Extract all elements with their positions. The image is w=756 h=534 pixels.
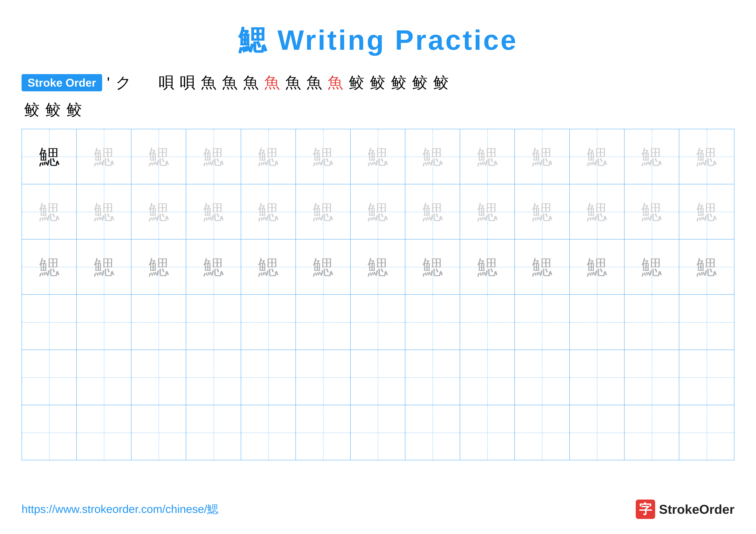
cell-4-12 (625, 295, 679, 349)
footer-logo-text: StrokeOrder (659, 502, 735, 517)
stroke-s6: 魚 (198, 72, 219, 93)
cell-3-1: 鰓 (22, 240, 77, 294)
cell-2-9: 鰓 (460, 184, 515, 239)
cell-6-1 (22, 405, 77, 460)
cell-1-13: 鰓 (679, 129, 734, 184)
cell-4-9 (460, 295, 515, 349)
stroke-s16: 鲛 (410, 72, 430, 93)
cell-4-6 (296, 295, 351, 349)
page: 鰓 Writing Practice Stroke Order ' ク ゠ 唄 … (0, 0, 756, 534)
cell-6-8 (405, 405, 460, 460)
stroke-s12: 魚 (325, 72, 346, 93)
cell-2-11: 鰓 (570, 184, 625, 239)
cell-1-1: 鰓 (22, 129, 77, 184)
cell-5-4 (186, 350, 241, 405)
cell-6-3 (131, 405, 186, 460)
cell-1-4: 鰓 (186, 129, 241, 184)
cell-3-12: 鰓 (625, 240, 679, 294)
stroke-s13: 鲛 (346, 72, 367, 93)
cell-1-5: 鰓 (241, 129, 296, 184)
footer-url: https://www.strokeorder.com/chinese/鰓 (21, 502, 218, 517)
cell-3-6: 鰓 (296, 240, 351, 294)
stroke-s9: 魚 (262, 72, 282, 93)
cell-4-7 (351, 295, 405, 349)
cell-1-2: 鰓 (77, 129, 131, 184)
cell-3-10: 鰓 (515, 240, 570, 294)
cell-6-10 (515, 405, 570, 460)
stroke-s2: ク (113, 72, 134, 93)
cell-1-7: 鰓 (351, 129, 405, 184)
cell-6-5 (241, 405, 296, 460)
cell-1-3: 鰓 (131, 129, 186, 184)
cell-4-13 (679, 295, 734, 349)
cell-6-12 (625, 405, 679, 460)
cell-4-3 (131, 295, 186, 349)
cell-4-8 (405, 295, 460, 349)
cell-3-7: 鰓 (351, 240, 405, 294)
stroke-order-section: Stroke Order ' ク ゠ 唄 唄 魚 魚 魚 魚 魚 魚 魚 鲛 鲛… (21, 72, 735, 93)
stroke-order-row2: 鲛 鲛 鲛 (21, 99, 735, 120)
cell-3-3: 鰓 (131, 240, 186, 294)
cell-2-13: 鰓 (679, 184, 734, 239)
grid-row-3: 鰓 鰓 鰓 鰓 鰓 鰓 鰓 鰓 鰓 鰓 鰓 鰓 鰓 (22, 240, 734, 295)
cell-5-10 (515, 350, 570, 405)
cell-2-8: 鰓 (405, 184, 460, 239)
stroke-s11: 魚 (304, 72, 325, 93)
cell-4-4 (186, 295, 241, 349)
stroke-s3: ゠ (134, 72, 156, 93)
stroke-s15: 鲛 (388, 72, 409, 93)
cell-3-5: 鰓 (241, 240, 296, 294)
cell-5-13 (679, 350, 734, 405)
cell-5-7 (351, 350, 405, 405)
cell-1-10: 鰓 (515, 129, 570, 184)
cell-5-11 (570, 350, 625, 405)
cell-3-13: 鰓 (679, 240, 734, 294)
cell-6-9 (460, 405, 515, 460)
practice-grid: 鰓 鰓 鰓 鰓 鰓 鰓 鰓 鰓 鰓 鰓 鰓 鰓 鰓 鰓 鰓 鰓 鰓 鰓 鰓 鰓 … (21, 129, 735, 460)
cell-2-4: 鰓 (186, 184, 241, 239)
grid-row-2: 鰓 鰓 鰓 鰓 鰓 鰓 鰓 鰓 鰓 鰓 鰓 鰓 鰓 (22, 184, 734, 240)
cell-3-8: 鰓 (405, 240, 460, 294)
footer-logo: 字 StrokeOrder (636, 499, 735, 519)
cell-6-4 (186, 405, 241, 460)
grid-row-4 (22, 295, 734, 350)
strokeorder-icon: 字 (636, 499, 655, 519)
cell-4-11 (570, 295, 625, 349)
cell-5-6 (296, 350, 351, 405)
cell-1-6: 鰓 (296, 129, 351, 184)
cell-4-10 (515, 295, 570, 349)
grid-row-1: 鰓 鰓 鰓 鰓 鰓 鰓 鰓 鰓 鰓 鰓 鰓 鰓 鰓 (22, 129, 734, 184)
cell-3-2: 鰓 (77, 240, 131, 294)
cell-1-12: 鰓 (625, 129, 679, 184)
stroke-s4: 唄 (156, 72, 177, 93)
cell-5-3 (131, 350, 186, 405)
stroke-s1: ' (104, 74, 113, 91)
cell-1-11: 鰓 (570, 129, 625, 184)
stroke-r2-s1: 鲛 (21, 99, 42, 120)
cell-6-7 (351, 405, 405, 460)
cell-2-3: 鰓 (131, 184, 186, 239)
stroke-s10: 魚 (283, 72, 304, 93)
cell-2-2: 鰓 (77, 184, 131, 239)
stroke-s7: 魚 (219, 72, 240, 93)
stroke-order-badge: Stroke Order (21, 74, 102, 91)
cell-5-1 (22, 350, 77, 405)
cell-5-12 (625, 350, 679, 405)
stroke-s14: 鲛 (367, 72, 388, 93)
cell-5-5 (241, 350, 296, 405)
cell-3-9: 鰓 (460, 240, 515, 294)
cell-1-8: 鰓 (405, 129, 460, 184)
cell-6-11 (570, 405, 625, 460)
cell-2-1: 鰓 (22, 184, 77, 239)
cell-4-2 (77, 295, 131, 349)
cell-4-5 (241, 295, 296, 349)
cell-6-13 (679, 405, 734, 460)
cell-5-8 (405, 350, 460, 405)
cell-2-5: 鰓 (241, 184, 296, 239)
cell-2-10: 鰓 (515, 184, 570, 239)
stroke-s8: 魚 (240, 72, 261, 93)
cell-5-2 (77, 350, 131, 405)
stroke-s17: 鲛 (431, 72, 451, 93)
cell-6-2 (77, 405, 131, 460)
cell-3-4: 鰓 (186, 240, 241, 294)
